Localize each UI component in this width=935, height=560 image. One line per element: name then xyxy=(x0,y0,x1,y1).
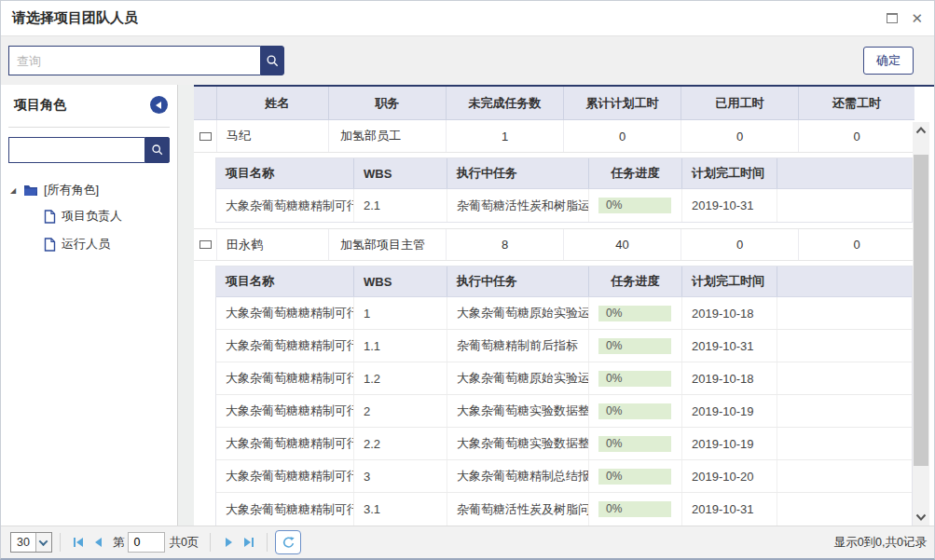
task-row[interactable]: 大象杂葡萄糖糖精制可行性 3.1 杂葡萄糖活性炭及树脂问题 0% 2019-10… xyxy=(216,493,912,526)
confirm-button[interactable]: 确定 xyxy=(863,47,914,75)
task-due: 2019-10-20 xyxy=(682,460,777,492)
grid-header-position: 职务 xyxy=(329,87,447,119)
subtable-header-row: 项目名称 WBS 执行中任务 任务进度 计划完工时间 xyxy=(216,158,912,189)
footer-divider xyxy=(60,533,61,552)
member-position: 加氢部项目主管 xyxy=(329,229,447,260)
search-icon xyxy=(266,54,280,68)
sidebar-collapse-button[interactable] xyxy=(150,96,168,114)
sub-header-filler xyxy=(777,266,912,296)
member-remaining: 0 xyxy=(799,120,914,152)
task-project: 大象杂葡萄糖糖精制可行性 xyxy=(216,493,354,526)
sub-header-task: 执行中任务 xyxy=(447,266,589,296)
sub-header-progress: 任务进度 xyxy=(589,266,682,296)
role-tree: ◢ [所有角色] xyxy=(10,178,177,258)
first-page-button[interactable] xyxy=(68,532,89,553)
task-project: 大象杂葡萄糖糖精制可行性 xyxy=(216,362,354,394)
scrollbar-thumb[interactable] xyxy=(914,155,928,466)
search-icon xyxy=(151,143,164,157)
dialog-window: 请选择项目团队人员 ✕ 确定 项目角色 xyxy=(0,0,935,560)
tree-node-all-roles[interactable]: ◢ [所有角色] xyxy=(10,178,177,202)
first-page-icon xyxy=(72,537,85,548)
collapse-row-icon[interactable] xyxy=(199,132,212,141)
progress-bar: 0% xyxy=(598,338,671,354)
vertical-scrollbar[interactable] xyxy=(913,122,929,526)
tree-node-label: [所有角色] xyxy=(44,182,99,198)
task-project: 大象杂葡萄糖糖精制可行性 xyxy=(216,330,354,362)
grid-header-used: 已用工时 xyxy=(681,87,799,119)
sub-header-project: 项目名称 xyxy=(216,266,354,296)
task-row[interactable]: 大象杂葡萄糖糖精制可行性 1.1 杂葡萄糖精制前后指标 0% 2019-10-3… xyxy=(216,330,912,362)
scroll-down-icon[interactable] xyxy=(913,509,929,526)
task-row[interactable]: 大象杂葡萄糖糖精制可行性 1 大象杂葡萄糖原始实验运行 0% 2019-10-1… xyxy=(216,297,912,330)
task-row[interactable]: 大象杂葡萄糖糖精制可行性 2.2 大象杂葡萄糖实验数据整理 0% 2019-10… xyxy=(216,428,912,460)
refresh-button[interactable] xyxy=(275,530,301,554)
sidebar-title: 项目角色 xyxy=(14,97,66,114)
tree-expander-icon[interactable]: ◢ xyxy=(10,186,23,195)
search-button[interactable] xyxy=(260,46,284,75)
task-wbs: 3.1 xyxy=(354,493,447,526)
task-name: 大象杂葡萄糖实验数据整理 xyxy=(447,395,589,427)
task-subtable: 项目名称 WBS 执行中任务 任务进度 计划完工时间 大象杂葡萄糖糖精制可行性 … xyxy=(215,157,913,223)
dialog-title: 请选择项目团队人员 xyxy=(12,9,138,27)
member-used: 0 xyxy=(681,120,799,152)
task-row[interactable]: 大象杂葡萄糖糖精制可行性 2.1 杂葡萄糖活性炭和树脂运行 0% 2019-10… xyxy=(216,189,912,222)
task-project: 大象杂葡萄糖糖精制可行性 xyxy=(216,460,354,492)
file-icon xyxy=(44,238,56,252)
member-planned: 40 xyxy=(564,229,681,260)
member-row[interactable]: 田永鹤 加氢部项目主管 8 40 0 0 xyxy=(194,228,914,261)
task-due: 2019-10-18 xyxy=(682,297,777,329)
tree-node-role-0[interactable]: 项目负责人 xyxy=(10,202,177,230)
task-due: 2019-10-18 xyxy=(682,362,777,394)
content-area: 项目角色 ◢ xyxy=(1,85,934,526)
sub-header-task: 执行中任务 xyxy=(447,158,589,188)
member-planned: 0 xyxy=(564,120,681,152)
role-sidebar: 项目角色 ◢ xyxy=(1,85,178,526)
prev-page-button[interactable] xyxy=(89,532,109,553)
grid-header-expand xyxy=(194,87,217,119)
sub-header-due: 计划完工时间 xyxy=(682,266,777,296)
grid-header-name: 姓名 xyxy=(217,87,329,119)
folder-icon xyxy=(23,184,38,197)
member-used: 0 xyxy=(681,229,799,260)
sub-header-project: 项目名称 xyxy=(216,158,354,188)
collapse-left-icon xyxy=(156,102,161,109)
page-size-select[interactable]: 30 xyxy=(10,532,52,553)
progress-bar: 0% xyxy=(598,403,671,419)
task-row[interactable]: 大象杂葡萄糖糖精制可行性 2 大象杂葡萄糖实验数据整理 0% 2019-10-1… xyxy=(216,395,912,428)
search-input[interactable] xyxy=(8,46,260,75)
sub-header-progress: 任务进度 xyxy=(589,158,682,188)
sub-header-due: 计划完工时间 xyxy=(682,158,777,188)
task-project: 大象杂葡萄糖糖精制可行性 xyxy=(216,428,354,459)
page-size-value: 30 xyxy=(11,536,35,549)
task-name: 大象杂葡萄糖原始实验运行 xyxy=(447,297,589,329)
next-page-button[interactable] xyxy=(218,532,239,553)
role-filter-search-button[interactable] xyxy=(144,137,170,163)
close-icon[interactable]: ✕ xyxy=(911,11,923,25)
task-subtable: 项目名称 WBS 执行中任务 任务进度 计划完工时间 大象杂葡萄糖糖精制可行性 … xyxy=(215,266,913,526)
task-row[interactable]: 大象杂葡萄糖糖精制可行性 3 大象杂葡萄糖精制总结报告 0% 2019-10-2… xyxy=(216,460,912,493)
last-page-icon xyxy=(242,537,255,548)
page-total-label: 共0页 xyxy=(169,535,199,551)
task-row[interactable]: 大象杂葡萄糖糖精制可行性 1.2 大象杂葡萄糖原始实验运行 0% 2019-10… xyxy=(216,362,912,395)
page-number-input[interactable] xyxy=(128,532,165,553)
task-wbs: 1.1 xyxy=(354,330,447,362)
next-page-icon xyxy=(223,537,234,548)
progress-bar: 0% xyxy=(598,469,671,485)
maximize-icon[interactable] xyxy=(887,13,898,23)
task-name: 大象杂葡萄糖实验数据整理 xyxy=(447,428,589,459)
progress-bar: 0% xyxy=(598,501,671,517)
tree-node-label: 项目负责人 xyxy=(62,208,122,225)
member-row[interactable]: 马纪 加氢部员工 1 0 0 0 xyxy=(194,120,914,153)
role-filter-input[interactable] xyxy=(8,137,144,163)
task-wbs: 2 xyxy=(354,395,447,427)
last-page-button[interactable] xyxy=(239,532,259,553)
member-unfinished: 1 xyxy=(447,120,564,152)
title-bar: 请选择项目团队人员 ✕ xyxy=(1,1,934,36)
footer-divider xyxy=(267,533,268,552)
collapse-row-icon[interactable] xyxy=(199,240,212,249)
footer-divider xyxy=(210,533,211,552)
tree-node-role-1[interactable]: 运行人员 xyxy=(10,230,177,258)
grid-header-row: 姓名 职务 未完成任务数 累计计划工时 已用工时 还需工时 xyxy=(194,87,914,120)
member-position: 加氢部员工 xyxy=(329,120,447,152)
scroll-up-icon[interactable] xyxy=(913,122,929,139)
